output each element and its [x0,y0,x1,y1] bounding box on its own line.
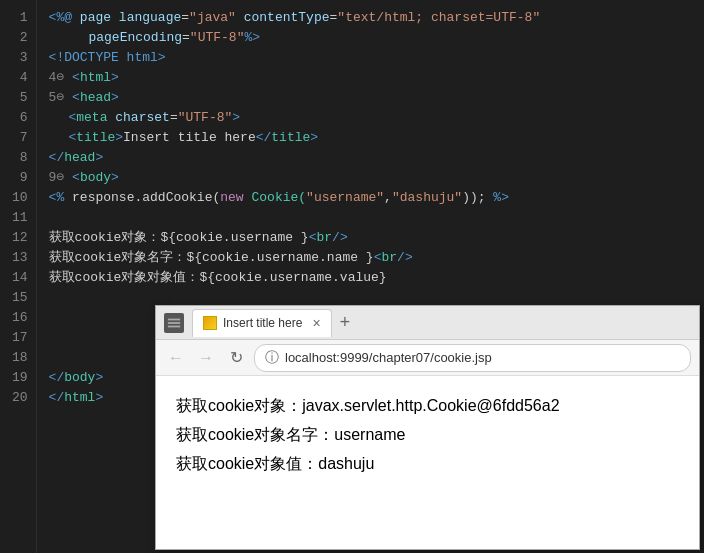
content-line-1: 获取cookie对象：javax.servlet.http.Cookie@6fd… [176,392,679,421]
code-line-13: 获取cookie对象名字：${cookie.username.name }<br… [49,248,704,268]
forward-button[interactable]: → [194,346,218,370]
tab-title: Insert title here [223,316,302,330]
refresh-button[interactable]: ↻ [224,346,248,370]
code-line-3: <!DOCTYPE html> [49,48,704,68]
code-line-6: <meta charset="UTF-8"> [49,108,704,128]
code-line-5: 5⊖ <head> [49,88,704,108]
address-bar[interactable]: ⓘ localhost:9999/chapter07/cookie.jsp [254,344,691,372]
code-line-2: pageEncoding="UTF-8"%> [49,28,704,48]
content-line-3: 获取cookie对象值：dashuju [176,450,679,479]
code-line-7: <title>Insert title here</title> [49,128,704,148]
svg-rect-0 [168,318,180,320]
browser-nav-bar: ← → ↻ ⓘ localhost:9999/chapter07/cookie.… [156,340,699,376]
url-text: localhost:9999/chapter07/cookie.jsp [285,350,492,365]
svg-rect-2 [168,325,180,327]
back-button[interactable]: ← [164,346,188,370]
secure-icon: ⓘ [265,349,279,367]
line-numbers: 1 2 3 4 5 6 7 8 9 10 11 12 13 14 15 16 1… [0,0,37,553]
hamburger-icon [167,316,181,330]
tab-favicon [203,316,217,330]
code-line-14: 获取cookie对象对象值：${cookie.username.value} [49,268,704,288]
svg-rect-1 [168,322,180,324]
browser-content-area: 获取cookie对象：javax.servlet.http.Cookie@6fd… [156,376,699,549]
tab-area: Insert title here × + [192,309,691,337]
content-line-2: 获取cookie对象名字：username [176,421,679,450]
code-line-9: 9⊖ <body> [49,168,704,188]
browser-window: Insert title here × + ← → ↻ ⓘ localhost:… [155,305,700,550]
new-tab-button[interactable]: + [340,313,351,333]
active-tab[interactable]: Insert title here × [192,309,332,337]
code-line-10: <% response.addCookie(new Cookie("userna… [49,188,704,208]
code-line-11 [49,208,704,228]
code-line-1: <%@ page language="java" contentType="te… [49,8,704,28]
code-line-8: </head> [49,148,704,168]
code-line-12: 获取cookie对象：${cookie.username }<br/> [49,228,704,248]
browser-menu-icon[interactable] [164,313,184,333]
code-line-4: 4⊖ <html> [49,68,704,88]
browser-titlebar: Insert title here × + [156,306,699,340]
tab-close-button[interactable]: × [312,315,320,331]
